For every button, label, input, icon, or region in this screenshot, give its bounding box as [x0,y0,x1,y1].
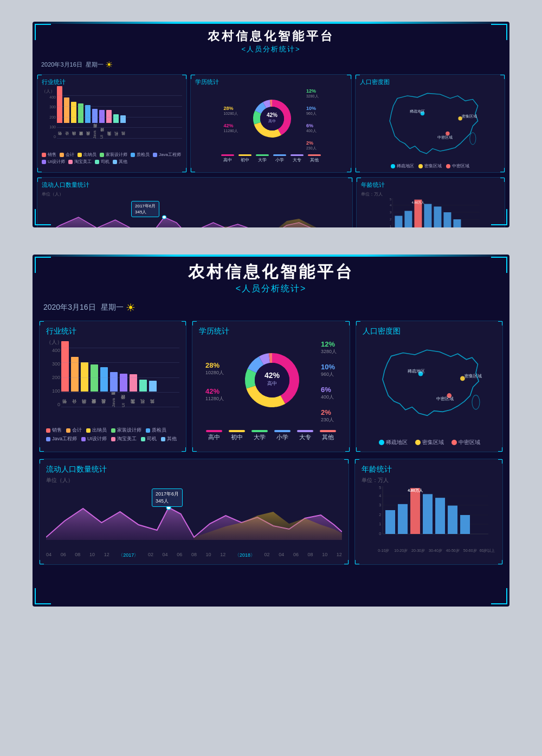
corner-bl-lg [35,588,51,604]
edu-top-large: 28%10280人 42%11280人 [205,338,337,425]
edu-right-labels-large: 12%3280人 10%960人 6%400人 2%230人 [321,340,337,423]
svg-text:1: 1 [379,522,381,526]
svg-rect-59 [423,494,433,534]
bar [110,372,118,392]
corner-tl [35,24,51,40]
legend-item: UI设计师 [42,159,65,165]
top-panels-row-small: 行业统计 （人） 0100 200300 400 销售会计出纳员家装设计师质检员… [33,72,509,175]
bottom-panels-row-small: 流动人口数量统计 单位（人） [33,175,509,227]
legend-item: 家装设计师 [111,427,141,434]
legend-item: UI设计师 [81,435,107,442]
bar-x-label: Java工程师 [92,123,98,139]
bar-group: 出纳员 [71,102,76,139]
bar [139,380,147,392]
svg-text:3: 3 [379,503,381,507]
svg-rect-24 [395,216,403,228]
svg-point-1 [260,107,284,131]
bar-x-label: 家装设计师 [92,392,98,407]
bar [78,103,83,123]
bar-x-label: 司机 [113,123,119,139]
date-small: 2020年3月16日 [41,61,82,69]
flow-svg-large [46,486,342,540]
bar-group: 司机 [113,114,119,139]
svg-text:4.80万人: 4.80万人 [412,201,425,204]
legend-item: 会计 [66,427,82,434]
svg-text:4.80万人: 4.80万人 [408,488,423,493]
map-title-large: 人口密度图 [363,327,496,336]
legend-item: 销售 [46,427,62,434]
bar [100,367,108,392]
svg-rect-61 [448,506,457,534]
flow-unit-large: 单位（人） [46,477,342,484]
bar-group: 家装设计师 [91,364,98,407]
svg-point-4 [470,133,476,145]
industry-panel-large: 行业统计 （人） 0100 200300 400 销售会计出纳员家装设计师质检员… [39,321,186,452]
legend-item: 会计 [60,152,74,158]
bar [92,109,98,123]
top-bar-small: 2020年3月16日 星期一 ☀ [33,57,509,72]
bar [120,115,126,123]
flow-panel-large: 流动人口数量统计 单位（人） [39,459,349,565]
legend-item: 其他 [161,435,177,442]
svg-text:高中: 高中 [267,381,277,386]
bar-x-label: 出纳员 [82,392,88,407]
bar-group: 淘宝美工 [130,374,137,407]
donut-wrap-large: 42% 高中 [230,338,314,425]
industry-chart-large: 0100 200300 400 销售会计出纳员家装设计师质检员Java工程师UI… [46,348,179,423]
corner-tr [491,24,507,40]
top-bar-large: 2020年3月16日 星期一 ☀ [33,298,509,317]
main-title-small: 农村信息化智能平台 [33,28,509,44]
industry-unit-small: （人） [42,88,182,94]
bar-chart-area-large: 销售会计出纳员家装设计师质检员Java工程师UI设计师淘宝美工司机其他 [46,348,179,407]
flow-title-small: 流动人口数量统计 [42,181,348,189]
svg-rect-58 [410,488,420,534]
bar [120,374,127,392]
bar [64,97,69,123]
age-unit-small: 单位：万人 [361,191,500,197]
bar [61,341,69,392]
donut-svg-large: 42% 高中 [230,338,314,422]
bar-chart-area-small: 销售会计出纳员家装设计师质检员Java工程师UI设计师淘宝美工司机其他 [42,95,182,139]
age-x-labels-large: 0-10岁 10-20岁 20-30岁 30-40岁 40-50岁 50-60岁… [362,548,496,553]
legend-item: Java工程师 [46,435,77,442]
svg-point-11 [163,216,166,219]
age-title-small: 年龄统计 [361,181,500,189]
sub-title-large: <人员分析统计> [33,283,509,295]
flow-tooltip-large: 2017年6月 345人 [152,488,183,507]
bar-group: Java工程师 [92,109,98,139]
corner-br [491,209,507,225]
header-large: 农村信息化智能平台 <人员分析统计> [33,255,509,298]
bar-group: Java工程师 [110,372,118,407]
industry-legend-small: 销售会计出纳员家装设计师质检员Java工程师UI设计师淘宝美工司机其他 [42,152,182,165]
sun-icon-small: ☀ [105,60,113,70]
header-small: 农村信息化智能平台 <人员分析统计> [33,22,509,57]
edu-right-labels-small: 12%3280人 10%960人 6%400人 2%230人 [306,88,319,151]
bar-x-label: 淘宝美工 [131,392,137,407]
legend-item: 质检员 [131,152,150,158]
main-title-large: 农村信息化智能平台 [33,261,509,283]
bar [99,110,105,123]
age-unit-large: 单位：万人 [362,477,496,484]
age-chart-wrap-small: 0 1 2 3 4 5 [361,198,500,227]
flow-x-axis-large: 0406081012 〈2017〉 020406081012 〈2018〉 02… [46,551,342,559]
legend-item: 出纳员 [78,152,96,158]
edu-left-labels-large: 28%10280人 42%11280人 [205,361,224,402]
svg-rect-30 [454,219,461,227]
svg-text:4: 4 [379,494,381,498]
education-panel-large: 学历统计 28%10280人 42%11280人 [192,321,350,452]
svg-text:3: 3 [390,211,392,214]
age-panel-small: 年龄统计 单位：万人 0 1 2 [356,177,505,227]
bar-x-label: 其他 [120,123,126,139]
bar-group: 家装设计师 [78,103,83,139]
svg-rect-62 [460,515,470,534]
map-panel-large: 人口密度图 稀疏地区 密集区域 中密区域 稀疏地区 密集区域 中密区域 [356,321,503,452]
svg-text:稀疏地区: 稀疏地区 [408,369,425,374]
dashboard-large: 农村信息化智能平台 <人员分析统计> 2020年3月16日 星期一 ☀ 行业统计… [33,255,509,607]
svg-text:2: 2 [379,513,381,517]
corner-bl [35,209,51,225]
legend-item: 家装设计师 [100,152,127,158]
bar-group: 其他 [149,381,157,407]
edu-title-small: 学历统计 [195,78,347,86]
svg-text:42%: 42% [264,371,280,380]
bar-group: 司机 [139,380,147,407]
